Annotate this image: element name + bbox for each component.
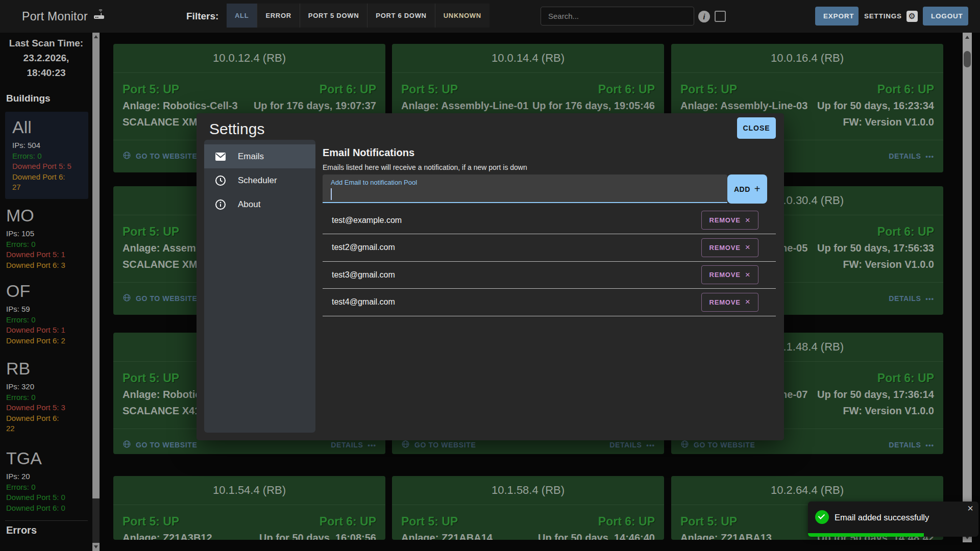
- uptime-label: Up for 50 days, 17:56:33: [817, 242, 934, 254]
- details-button[interactable]: DETAILS•••: [889, 152, 934, 160]
- remove-email-button[interactable]: REMOVE×: [701, 238, 758, 257]
- building-stats: IPs: 105Errors: 0Downed Port 5: 1Downed …: [6, 229, 71, 270]
- building-name: MO: [6, 204, 88, 227]
- port6-status: Port 6: UP: [877, 225, 934, 239]
- go-to-website-button[interactable]: GO TO WEBSITE: [680, 440, 755, 450]
- building-item-mo[interactable]: MOIPs: 105Errors: 0Downed Port 5: 1Downe…: [5, 204, 88, 270]
- building-stat: Errors: 0: [12, 151, 78, 162]
- filter-tab-port-6-down[interactable]: PORT 6 DOWN: [367, 4, 434, 28]
- mail-icon: [214, 151, 227, 163]
- last-scan-date: 23.2.2026,: [0, 53, 92, 64]
- settings-nav-item-about[interactable]: About: [204, 192, 315, 216]
- ellipsis-icon: •••: [925, 441, 934, 449]
- building-stats: IPs: 320Errors: 0Downed Port 5: 3Downed …: [6, 382, 71, 434]
- divider: [5, 520, 88, 521]
- logout-button[interactable]: LOGOUT: [923, 7, 968, 26]
- card-info-line: Anlage: Assembly-Line-03Up for 50 days, …: [680, 100, 934, 112]
- close-button[interactable]: CLOSE: [737, 117, 776, 139]
- topbar-checkbox[interactable]: [715, 11, 726, 22]
- building-stat: Downed Port 5: 0: [6, 492, 71, 503]
- card-ip-header: 10.2.64.4 (RB): [671, 476, 943, 505]
- details-button[interactable]: DETAILS•••: [889, 294, 934, 303]
- building-item-all[interactable]: AllIPs: 504Errors: 0Downed Port 5: 5Down…: [5, 112, 88, 199]
- remove-email-button[interactable]: REMOVE×: [701, 265, 758, 284]
- settings-nav-label: Emails: [238, 152, 264, 162]
- settings-nav-item-scheduler[interactable]: Scheduler: [204, 168, 315, 192]
- sidebar-scrollbar-thumb[interactable]: [92, 41, 100, 498]
- toast-notification[interactable]: Email added successfully ×: [808, 502, 978, 537]
- ellipsis-icon: •••: [646, 441, 655, 449]
- x-icon: ×: [745, 242, 751, 253]
- scroll-up-icon[interactable]: [92, 33, 100, 41]
- main-scrollbar-thumb[interactable]: [964, 51, 971, 67]
- building-stat: Errors: 0: [6, 482, 71, 493]
- port5-status: Port 5: UP: [122, 225, 179, 239]
- search-input[interactable]: [541, 7, 694, 26]
- go-to-website-button[interactable]: GO TO WEBSITE: [122, 293, 197, 304]
- email-notifications-subheading: Emails listed here will receive a notifi…: [323, 163, 527, 171]
- main-scrollbar[interactable]: [963, 33, 972, 542]
- gear-icon: ⚙: [906, 11, 918, 22]
- go-to-website-label: GO TO WEBSITE: [694, 441, 755, 449]
- building-name: RB: [6, 357, 88, 380]
- scroll-down-icon[interactable]: [92, 543, 100, 551]
- building-item-tga[interactable]: TGAIPs: 20Errors: 0Downed Port 5: 0Downe…: [5, 447, 88, 513]
- sidebar-scrollbar[interactable]: [92, 33, 100, 551]
- anlage-label: Anlage: Z21ABA13: [680, 532, 772, 540]
- details-button[interactable]: DETAILS•••: [331, 441, 376, 449]
- globe-icon: [122, 293, 131, 304]
- email-list-row: test3@gmail.comREMOVE×: [323, 261, 776, 289]
- building-item-of[interactable]: OFIPs: 59Errors: 0Downed Port 5: 1Downed…: [5, 280, 88, 346]
- firmware-label: FW: Version V1.0.0: [843, 259, 934, 270]
- remove-button-label: REMOVE: [709, 271, 741, 279]
- uptime-label: Up for 50 days, 16:23:34: [817, 100, 934, 112]
- building-name: TGA: [6, 447, 88, 469]
- info-icon[interactable]: i: [698, 11, 710, 22]
- remove-button-label: REMOVE: [709, 244, 741, 252]
- remove-email-button[interactable]: REMOVE×: [701, 211, 758, 230]
- go-to-website-button[interactable]: GO TO WEBSITE: [401, 440, 476, 450]
- scroll-up-icon[interactable]: [963, 33, 972, 42]
- filter-tab-error[interactable]: ERROR: [257, 4, 299, 28]
- building-name: OF: [6, 280, 88, 302]
- export-button[interactable]: EXPORT: [815, 7, 859, 26]
- card-ip-header: 10.1.58.4 (RB): [392, 476, 664, 505]
- add-email-input[interactable]: Add Email to notification Pool: [323, 174, 727, 203]
- email-list-row: test4@gmail.comREMOVE×: [323, 289, 776, 316]
- building-stat: Downed Port 6: 0: [6, 503, 71, 514]
- details-button[interactable]: DETAILS•••: [609, 441, 655, 449]
- building-stat: IPs: 59: [6, 304, 71, 315]
- details-button[interactable]: DETAILS•••: [889, 441, 934, 449]
- building-stat: IPs: 20: [6, 471, 71, 482]
- go-to-website-label: GO TO WEBSITE: [414, 441, 476, 449]
- filter-tab-unknown[interactable]: UNKNOWN: [435, 4, 489, 28]
- add-email-button[interactable]: ADD +: [727, 174, 767, 204]
- toast-close-icon[interactable]: ×: [967, 503, 973, 514]
- go-to-website-label: GO TO WEBSITE: [136, 441, 197, 449]
- remove-button-label: REMOVE: [709, 216, 741, 224]
- card-ip-header: 10.0.16.4 (RB): [671, 44, 943, 73]
- building-stat: Downed Port 6: 27: [12, 172, 78, 193]
- building-item-rb[interactable]: RBIPs: 320Errors: 0Downed Port 5: 3Downe…: [5, 357, 88, 434]
- card-port-row: Port 5: UPPort 6: UP: [401, 515, 655, 529]
- go-to-website-button[interactable]: GO TO WEBSITE: [122, 440, 197, 450]
- info-icon: [214, 198, 227, 211]
- settings-button[interactable]: SETTINGS ⚙: [864, 7, 918, 26]
- go-to-website-button[interactable]: GO TO WEBSITE: [122, 151, 197, 161]
- filter-tab-port-5-down[interactable]: PORT 5 DOWN: [300, 4, 367, 28]
- app-title-text: Port Monitor: [22, 10, 88, 23]
- email-address: test3@gmail.com: [332, 261, 395, 288]
- remove-email-button[interactable]: REMOVE×: [701, 293, 758, 312]
- building-stats: IPs: 59Errors: 0Downed Port 5: 1Downed P…: [6, 304, 71, 346]
- port5-status: Port 5: UP: [122, 83, 179, 96]
- port6-status: Port 6: UP: [877, 83, 934, 96]
- filter-tab-all[interactable]: ALL: [227, 4, 257, 28]
- x-icon: ×: [745, 270, 751, 280]
- settings-nav-item-emails[interactable]: Emails: [204, 144, 315, 168]
- email-list-row: test@example.comREMOVE×: [323, 207, 776, 234]
- ellipsis-icon: •••: [925, 295, 934, 303]
- toast-progress-bar: [808, 533, 924, 537]
- top-bar: Port Monitor Filters: ALLERRORPORT 5 DOW…: [0, 0, 980, 33]
- settings-nav: EmailsSchedulerAbout: [204, 140, 315, 433]
- uptime-label: Up for 176 days, 19:05:46: [532, 100, 655, 112]
